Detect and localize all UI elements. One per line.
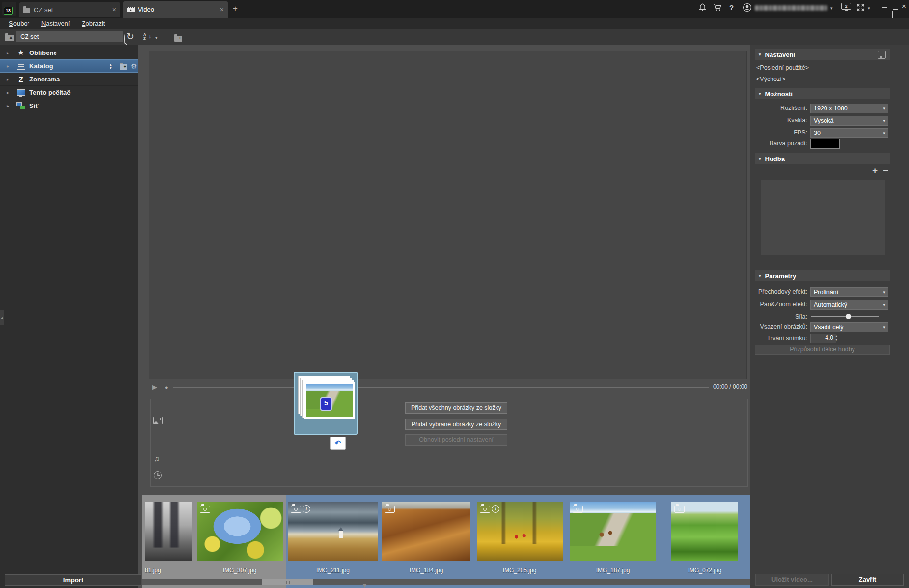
sort-caret-icon[interactable]: ▾ xyxy=(155,35,158,40)
second-monitor-icon[interactable]: 2 xyxy=(841,3,851,10)
thumbnail[interactable]: i xyxy=(288,502,378,561)
fps-dropdown[interactable]: 30 ▾ xyxy=(810,128,888,138)
add-folder-icon[interactable]: + xyxy=(174,36,182,42)
section-caret-icon[interactable]: ▾ xyxy=(759,273,761,278)
tab-label: Video xyxy=(138,6,217,13)
chevron-down-icon: ▾ xyxy=(883,129,885,137)
frame-duration-input[interactable]: 4.0 xyxy=(810,334,836,343)
strength-slider-thumb[interactable] xyxy=(846,314,851,319)
section-title: Parametry xyxy=(765,272,797,280)
panel-collapse-handle[interactable]: ◂ xyxy=(0,310,4,325)
section-title: Nastavení xyxy=(765,51,795,58)
chevron-right-icon[interactable]: ▸ xyxy=(7,90,12,95)
sidebar-item-label: Zonerama xyxy=(29,76,60,83)
tab-label: CZ set xyxy=(34,6,109,14)
filmstrip: 81.jpg IMG_307.jpg i IMG_211.jpg IMG_184… xyxy=(142,495,750,588)
thumbnail[interactable] xyxy=(145,502,192,561)
chevron-right-icon[interactable]: ▸ xyxy=(7,63,12,69)
dragged-image-stack[interactable]: 5 xyxy=(294,372,358,435)
tab-close-icon[interactable]: × xyxy=(112,6,116,13)
scrubber-handle[interactable]: ● xyxy=(165,384,168,390)
section-nastaveni[interactable]: ▾ Nastavení xyxy=(755,49,890,60)
thumbnail[interactable]: i xyxy=(477,502,563,561)
panzoom-dropdown[interactable]: Automatický ▾ xyxy=(810,300,888,310)
add-selected-images-button[interactable]: Přidat vybrané obrázky ze složky xyxy=(405,419,507,430)
filmstrip-item[interactable]: IMG_072.jpg xyxy=(660,495,750,578)
resolution-dropdown[interactable]: 1920 x 1080 ▾ xyxy=(810,104,888,113)
help-icon[interactable]: ? xyxy=(729,3,734,12)
filmstrip-item[interactable]: 81.jpg xyxy=(142,495,193,578)
filename: 81.jpg xyxy=(142,567,193,574)
chevron-right-icon[interactable]: ▸ xyxy=(7,103,12,108)
background-color-swatch[interactable] xyxy=(810,139,840,149)
app-logo[interactable]: 18 xyxy=(2,2,16,16)
transition-dropdown[interactable]: Prolínání ▾ xyxy=(810,287,888,297)
section-caret-icon[interactable]: ▾ xyxy=(759,91,761,96)
cart-icon[interactable] xyxy=(713,3,722,12)
add-folder-icon[interactable]: + xyxy=(120,64,127,70)
sidebar-item-sit[interactable]: ▸ Síť xyxy=(0,99,138,112)
sidebar-item-zonerama[interactable]: ▸ Z Zonerama xyxy=(0,73,138,86)
filmstrip-item[interactable]: IMG_184.jpg xyxy=(380,495,473,578)
tab-close-icon[interactable]: × xyxy=(220,6,224,13)
thumbnail[interactable] xyxy=(671,502,738,561)
section-moznosti[interactable]: ▾ Možnosti xyxy=(755,88,890,99)
section-caret-icon[interactable]: ▾ xyxy=(759,52,761,57)
filmstrip-scrollbar[interactable] xyxy=(142,579,750,585)
section-parametry[interactable]: ▾ Parametry xyxy=(755,270,890,281)
play-button[interactable]: ▶ xyxy=(152,383,157,391)
filmstrip-item[interactable]: i IMG_211.jpg xyxy=(286,495,380,578)
quality-dropdown[interactable]: Vysoká ▾ xyxy=(810,116,888,126)
section-title: Hudba xyxy=(765,155,785,162)
music-list[interactable] xyxy=(761,180,885,255)
thumbnail[interactable] xyxy=(197,502,283,561)
save-preset-icon[interactable] xyxy=(878,51,886,59)
strength-slider[interactable] xyxy=(811,316,879,317)
chevron-right-icon[interactable]: ▸ xyxy=(7,77,12,82)
filmstrip-item[interactable]: IMG_187.jpg xyxy=(566,495,660,578)
fullscreen-caret-icon[interactable]: ▾ xyxy=(868,6,870,11)
preset-default-link[interactable]: <Výchozí> xyxy=(756,75,785,83)
preset-last-used-link[interactable]: <Poslední použité> xyxy=(756,64,809,72)
refresh-icon[interactable]: ↻ xyxy=(126,31,134,42)
frame-duration-stepper[interactable]: ▲ ▼ xyxy=(835,334,838,341)
scrubber-track[interactable] xyxy=(173,387,709,388)
filmstrip-item[interactable]: i IMG_205.jpg xyxy=(473,495,566,578)
add-all-images-button[interactable]: Přidat všechny obrázky ze složky xyxy=(405,402,507,414)
window-minimize-icon[interactable] xyxy=(882,7,887,8)
chevron-right-icon[interactable]: ▸ xyxy=(7,50,12,55)
fit-images-dropdown[interactable]: Vsadit celý ▾ xyxy=(810,322,888,332)
chevron-down-icon: ▾ xyxy=(883,105,885,112)
spin-up-icon: ▲ xyxy=(835,334,838,338)
section-hudba[interactable]: ▾ Hudba xyxy=(755,153,890,164)
sidebar-item-katalog[interactable]: ▸ Katalog ▲▼ + ⚙ xyxy=(0,59,138,73)
search-input[interactable] xyxy=(16,31,123,42)
tab-video[interactable]: Video × xyxy=(123,1,228,18)
menu-zobrazit[interactable]: Zobrazit xyxy=(77,20,110,27)
thumbnail[interactable] xyxy=(570,502,656,561)
sidebar-item-tento-pocitac[interactable]: ▸ Tento počítač xyxy=(0,86,138,99)
gear-icon[interactable]: ⚙ xyxy=(131,62,137,70)
section-caret-icon[interactable]: ▾ xyxy=(759,156,761,161)
import-button[interactable]: Import xyxy=(5,574,141,586)
sidebar-item-oblibene[interactable]: ▸ ★ Oblíbené xyxy=(0,46,138,59)
window-close-icon[interactable]: × xyxy=(902,2,906,10)
close-button[interactable]: Zavřít xyxy=(831,574,904,586)
menu-nastaveni[interactable]: Nastavení xyxy=(36,20,75,27)
remove-music-button[interactable]: − xyxy=(883,166,888,175)
thumbnail[interactable] xyxy=(382,502,470,561)
menu-soubor[interactable]: Soubor xyxy=(4,20,34,27)
fullscreen-icon[interactable] xyxy=(856,3,865,12)
filmstrip-scrollbar-thumb[interactable] xyxy=(262,579,313,585)
account-caret-icon[interactable]: ▾ xyxy=(830,6,833,11)
bell-icon[interactable] xyxy=(698,3,707,12)
tab-cz-set[interactable]: CZ set × xyxy=(19,2,120,17)
account-avatar-icon[interactable] xyxy=(743,3,752,12)
sort-updown-icon[interactable]: ▲▼ xyxy=(109,63,112,70)
new-tab-button[interactable]: + xyxy=(233,4,238,13)
account-email-blurred[interactable] xyxy=(755,5,827,11)
add-music-button[interactable]: + xyxy=(872,166,878,175)
filmstrip-item[interactable]: IMG_307.jpg xyxy=(193,495,286,578)
sort-icon[interactable]: AZ xyxy=(143,33,146,41)
folder-up-icon[interactable]: ▲ xyxy=(5,35,14,41)
